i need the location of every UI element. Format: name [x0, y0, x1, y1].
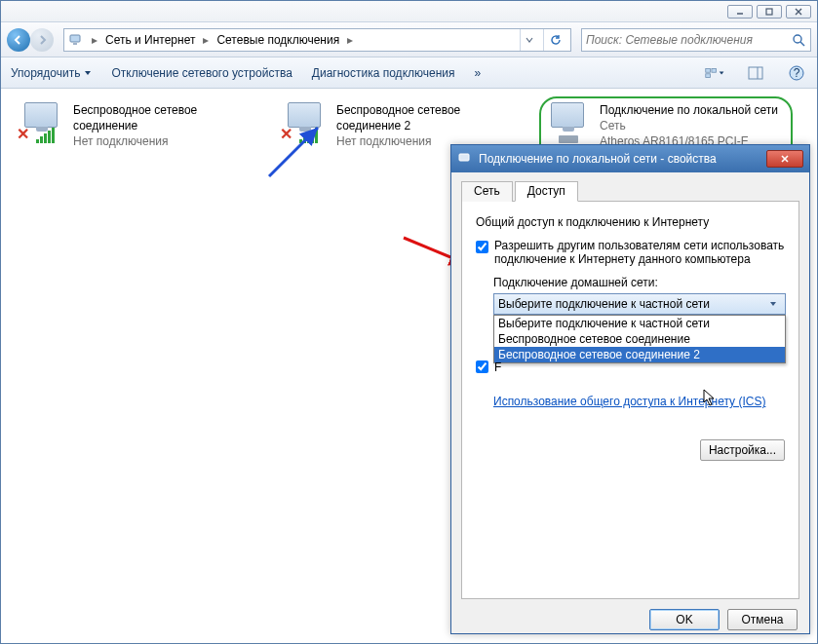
- minimize-button[interactable]: [727, 5, 753, 19]
- ok-button[interactable]: OK: [649, 609, 720, 630]
- combo-dropdown-list: Выберите подключение к частной сети Бесп…: [493, 315, 786, 363]
- chevron-right-double-icon: »: [475, 66, 482, 80]
- address-history-dropdown[interactable]: [520, 29, 537, 51]
- address-bar-row: ▸ Сеть и Интернет ▸ Сетевые подключения …: [1, 22, 817, 57]
- breadcrumb-current[interactable]: Сетевые подключения: [216, 33, 339, 47]
- combo-option[interactable]: Беспроводное сетевое соединение 2: [494, 347, 785, 362]
- combo-selected-text: Выберите подключение к частной сети: [498, 297, 765, 311]
- disable-device-button[interactable]: Отключение сетевого устройства: [111, 66, 292, 80]
- command-bar: Упорядочить Отключение сетевого устройст…: [1, 57, 817, 89]
- tab-sharing[interactable]: Доступ: [515, 181, 578, 202]
- allow-sharing-label: Разрешить другим пользователям сети испо…: [494, 239, 785, 266]
- tab-strip: Сеть Доступ: [461, 180, 799, 202]
- svg-point-4: [794, 35, 801, 43]
- forward-button[interactable]: [30, 28, 54, 52]
- refresh-button[interactable]: [543, 29, 566, 51]
- breadcrumb-root[interactable]: Сеть и Интернет: [105, 33, 195, 47]
- search-icon: [791, 32, 806, 48]
- combo-option[interactable]: Беспроводное сетевое соединение: [494, 331, 785, 347]
- tab-network[interactable]: Сеть: [461, 181, 513, 202]
- preview-pane-button[interactable]: [745, 62, 766, 84]
- svg-rect-1: [766, 9, 772, 15]
- group-label: Общий доступ к подключению к Интернету: [476, 215, 785, 229]
- network-icon: [68, 32, 84, 48]
- signal-bars-icon: [36, 128, 55, 143]
- svg-rect-16: [459, 154, 469, 161]
- connection-status: Сеть: [600, 118, 787, 133]
- diagnose-button[interactable]: Диагностика подключения: [312, 66, 455, 80]
- back-button[interactable]: [7, 28, 30, 52]
- allow-sharing-checkbox[interactable]: [476, 241, 488, 253]
- error-x-icon: ✕: [17, 125, 29, 143]
- connection-title: Беспроводное сетевое соединение 2: [336, 102, 524, 133]
- connection-status: Нет подключения: [73, 133, 260, 149]
- close-button[interactable]: [786, 5, 811, 19]
- chevron-right-icon: ▸: [90, 33, 99, 47]
- window-titlebar: [1, 1, 817, 22]
- dialog-button-row: OK Отмена: [451, 599, 809, 640]
- properties-dialog: Подключение по локальной сети - свойства…: [450, 144, 810, 634]
- svg-text:?: ?: [794, 66, 800, 80]
- home-network-label: Подключение домашней сети:: [493, 276, 785, 289]
- svg-rect-3: [73, 43, 77, 45]
- ethernet-icon: [545, 102, 592, 141]
- combo-option[interactable]: Выберите подключение к частной сети: [494, 316, 785, 331]
- tab-panel-sharing: Общий доступ к подключению к Интернету Р…: [461, 202, 799, 599]
- maximize-button[interactable]: [757, 5, 782, 19]
- chevron-right-icon: ▸: [345, 33, 355, 47]
- chevron-down-icon: [84, 66, 92, 80]
- cancel-button[interactable]: Отмена: [727, 609, 798, 630]
- wireless-icon: ✕: [282, 102, 329, 141]
- chevron-right-icon: ▸: [201, 33, 211, 47]
- chevron-down-icon: [765, 300, 781, 308]
- search-input[interactable]: [586, 33, 791, 47]
- error-x-icon: ✕: [280, 125, 292, 143]
- nav-back-forward: [7, 26, 58, 54]
- configure-button[interactable]: Настройка...: [700, 439, 785, 461]
- view-options-button[interactable]: [704, 62, 725, 84]
- dialog-close-button[interactable]: [766, 150, 803, 168]
- cursor-icon: [703, 389, 719, 408]
- svg-rect-9: [749, 67, 762, 79]
- svg-rect-8: [706, 73, 711, 77]
- organize-label: Упорядочить: [11, 66, 80, 80]
- ics-help-link[interactable]: Использование общего доступа к Интернету…: [493, 395, 765, 408]
- svg-rect-6: [706, 68, 711, 72]
- disable-label: Отключение сетевого устройства: [111, 66, 292, 80]
- organize-menu[interactable]: Упорядочить: [11, 66, 92, 80]
- allow-control-label-partial: F: [494, 360, 501, 374]
- overflow-menu[interactable]: »: [475, 66, 482, 80]
- search-box[interactable]: [581, 28, 811, 52]
- wireless-icon: ✕: [19, 102, 65, 141]
- home-network-combo[interactable]: Выберите подключение к частной сети: [493, 293, 786, 315]
- connection-item-wireless-1[interactable]: ✕ Беспроводное сетевое соединение Нет по…: [13, 96, 266, 171]
- dialog-titlebar[interactable]: Подключение по локальной сети - свойства: [451, 145, 809, 172]
- svg-rect-2: [70, 35, 80, 42]
- chevron-down-icon: [719, 69, 724, 77]
- svg-rect-7: [712, 68, 717, 72]
- diagnose-label: Диагностика подключения: [312, 66, 455, 80]
- signal-bars-icon: [299, 128, 318, 143]
- network-icon: [457, 151, 473, 167]
- breadcrumb-bar[interactable]: ▸ Сеть и Интернет ▸ Сетевые подключения …: [63, 28, 571, 52]
- svg-line-5: [800, 42, 804, 46]
- dialog-title: Подключение по локальной сети - свойства: [479, 152, 760, 166]
- connection-title: Подключение по локальной сети: [600, 102, 787, 118]
- connection-title: Беспроводное сетевое соединение: [73, 102, 260, 133]
- allow-control-checkbox[interactable]: [476, 360, 488, 373]
- help-button[interactable]: ?: [786, 62, 807, 84]
